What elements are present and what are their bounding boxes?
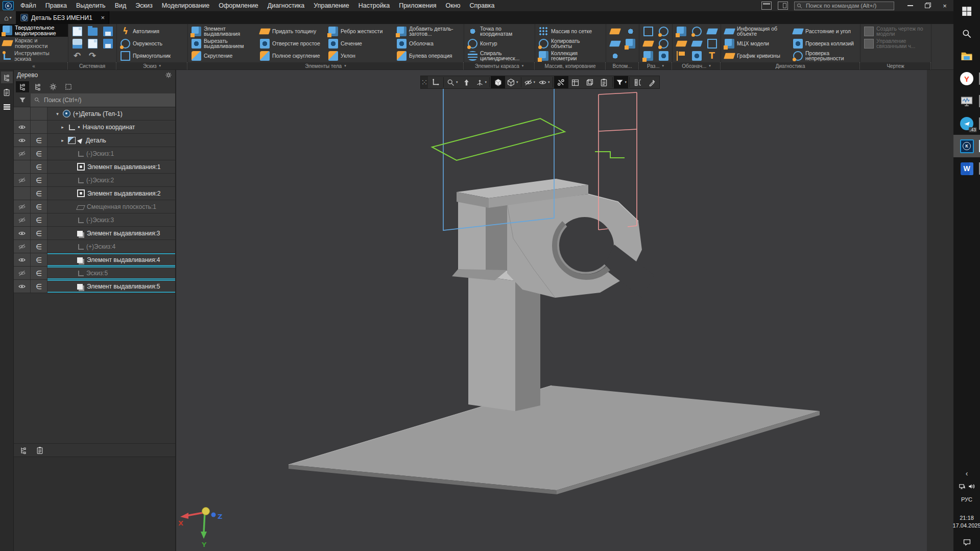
toolbar-grip-icon[interactable]: ⁙ (421, 76, 428, 88)
ribbon-group-label[interactable]: Диагностика (721, 62, 860, 69)
mode-solid-modeling[interactable]: Твердотельное моделирование (0, 24, 68, 37)
leader-button[interactable] (705, 25, 719, 37)
tree-row[interactable]: ∈Смещенная плоскость:1 (14, 200, 175, 213)
ribbon-group-label[interactable]: Чертеж (861, 62, 931, 69)
visibility-on-icon[interactable] (14, 280, 31, 293)
tree-item[interactable]: Эскиз:5 (47, 267, 175, 279)
tree-row[interactable]: ∈(-)Эскиз:1 (14, 147, 175, 160)
boolean-button[interactable]: Булева операция (395, 50, 462, 62)
taskbar-search-button[interactable] (953, 22, 980, 45)
tray-expand-icon[interactable]: ‹ (966, 469, 968, 480)
menu-item[interactable]: Окно (441, 0, 465, 11)
clock[interactable]: 21:18 17.04.2025 (952, 514, 980, 530)
shaded-display-button[interactable] (491, 76, 505, 88)
taskbar-yandex-button[interactable]: Y (953, 67, 980, 90)
collision-button[interactable]: Проверка коллизий (791, 37, 858, 50)
visibility-off-icon[interactable] (14, 267, 31, 279)
tree-row[interactable]: ∈(+)Эскиз:4 (14, 240, 175, 253)
tree-item[interactable]: Элемент выдавливания:2 (47, 187, 175, 200)
open-doc-button[interactable] (85, 25, 100, 37)
hide-objects-button[interactable]: ▾ (522, 76, 537, 88)
plane-mark-button[interactable] (674, 37, 688, 50)
visibility-off-icon[interactable] (14, 200, 31, 213)
orientation-up-button[interactable] (460, 76, 474, 88)
tree-row[interactable]: ∈Элемент выдавливания:2 (14, 187, 175, 200)
taskbar-monitor-app-button[interactable] (953, 90, 980, 112)
torus-note-button[interactable] (689, 25, 704, 37)
element-of-cell[interactable]: ∈ (31, 240, 47, 253)
geometry-collection-button[interactable]: Коллекция геометрии (537, 50, 604, 62)
notification-center-icon[interactable] (963, 536, 971, 548)
lens-pencil-button[interactable] (656, 25, 671, 37)
list-panel-tab[interactable] (1, 101, 13, 113)
sketch-mode-button[interactable] (428, 76, 442, 88)
tree-item[interactable]: (-)Эскиз:2 (47, 174, 175, 186)
tree-item[interactable]: Элемент выдавливания:4 (47, 253, 175, 266)
contour-button[interactable]: Контур (466, 37, 533, 50)
fillet-button[interactable]: Скругление (189, 50, 257, 62)
visibility-off-icon[interactable] (14, 213, 31, 226)
tree-row[interactable]: ▾(+)Деталь (Тел-1) (14, 107, 175, 121)
tree-row[interactable]: ∈(-)Эскиз:3 (14, 213, 175, 227)
point-coords-button[interactable]: Точка по координатам (466, 25, 533, 37)
copy-objects-button[interactable]: Копировать объекты (537, 37, 604, 50)
restore-button[interactable] (919, 0, 936, 11)
tree-item[interactable]: Элемент выдавливания:5 (47, 280, 175, 293)
tab-close-icon[interactable]: × (101, 14, 105, 21)
cylinder-note-button[interactable] (674, 25, 688, 37)
taskbar-start-button[interactable] (953, 0, 980, 22)
rib-button[interactable]: Ребро жесткости (326, 25, 394, 37)
save-button[interactable] (101, 25, 115, 37)
wave-surface-button[interactable] (641, 37, 655, 50)
menu-item[interactable]: Справка (465, 0, 499, 11)
menu-item[interactable]: Выделить (71, 0, 110, 11)
element-of-cell[interactable]: ∈ (31, 253, 47, 266)
tree-sequence-view-button[interactable] (31, 81, 44, 92)
ribbon-group-label[interactable]: Элементы тела▾ (188, 62, 464, 69)
taskbar-explorer-button[interactable] (953, 45, 980, 67)
tree-item[interactable]: ▾(+)Деталь (Тел-1) (47, 107, 175, 120)
close-button[interactable]: × (936, 0, 953, 11)
element-of-cell[interactable]: ∈ (31, 227, 47, 239)
tree-item[interactable]: (-)Эскиз:1 (47, 147, 175, 160)
placement-button[interactable]: ▾ (474, 76, 489, 88)
ribbon-group-label[interactable]: Обознач...▾ (673, 62, 721, 69)
command-search-input[interactable] (794, 2, 894, 10)
expander-icon[interactable]: ▸ (60, 125, 65, 130)
continuity-button[interactable]: Проверка непрерывности (791, 50, 858, 62)
tree-row[interactable]: ▸●Начало координат (14, 121, 175, 134)
shell-button[interactable]: Оболочка (395, 37, 462, 50)
tree-relations-button[interactable] (46, 81, 60, 92)
taskbar-word-button[interactable]: W (953, 157, 980, 180)
gear-icon[interactable] (165, 71, 172, 79)
element-of-cell[interactable]: ∈ (31, 280, 47, 293)
lens-small-button[interactable] (656, 37, 671, 50)
network-icon[interactable] (959, 483, 966, 490)
3d-viewport[interactable]: ⁙ ▾▾▾▾▾▾ (176, 70, 927, 551)
element-of-cell[interactable]: ∈ (31, 267, 47, 279)
linked-drawings-button[interactable]: Управление связанными ч... (862, 37, 929, 50)
offset-plane-button[interactable] (608, 37, 622, 50)
circle-button[interactable]: Окружность (118, 37, 186, 50)
print-button[interactable] (70, 37, 84, 50)
tree-item[interactable]: (-)Эскиз:3 (47, 213, 175, 226)
measure-button[interactable] (631, 76, 645, 88)
tree-item[interactable]: ▸Деталь (47, 134, 175, 147)
thicken-button[interactable]: Придать толщину (258, 25, 325, 37)
create-drawing-button[interactable]: Создать чертеж по модели (862, 25, 929, 37)
ribbon-group-label[interactable]: Раз...▾ (639, 62, 672, 69)
menu-item[interactable]: Эскиз (131, 0, 157, 11)
element-of-cell[interactable]: ∈ (31, 187, 47, 200)
autoline-button[interactable]: ϟАвтолиния (118, 25, 186, 37)
show-objects-button[interactable]: ▾ (537, 76, 552, 88)
menu-item[interactable]: Файл (16, 0, 41, 11)
section-button[interactable]: Сечение (326, 37, 394, 50)
mode-frame-surfaces[interactable]: Каркас и поверхности (0, 37, 68, 50)
measure-rect-button[interactable] (641, 25, 655, 37)
tree-item[interactable]: ▸●Начало координат (47, 121, 175, 133)
menu-item[interactable]: Управление (309, 0, 354, 11)
menu-item[interactable]: Настройка (354, 0, 395, 11)
preview-button[interactable] (85, 37, 100, 50)
text-button[interactable]: Т (705, 50, 719, 62)
spiral-button[interactable]: Спираль цилиндрическ... (466, 50, 533, 62)
